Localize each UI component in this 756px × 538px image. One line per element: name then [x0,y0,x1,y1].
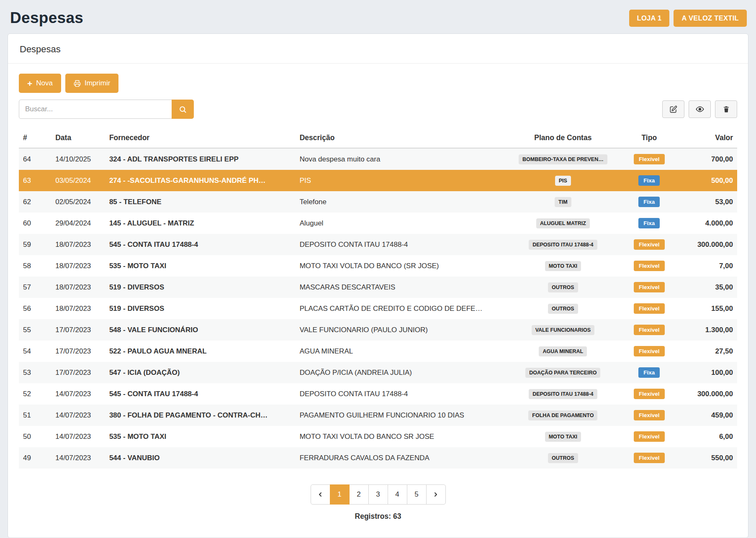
search-input[interactable] [19,100,172,119]
table-row[interactable]: 64 14/10/2025 324 - ADL TRANSPORTES EIRE… [19,148,737,170]
row-account-plan: AGUA MINERAL [504,341,622,362]
row-description: DEPOSITO CONTA ITAU 17488-4 [296,383,504,405]
row-id: 58 [19,255,51,277]
row-supplier: 522 - PAULO AGUA MNERAL [105,341,296,362]
view-button[interactable] [689,100,711,118]
row-id: 54 [19,341,51,362]
row-date: 02/05/2024 [51,191,105,213]
table-row[interactable]: 50 14/07/2023 535 - MOTO TAXI MOTO TAXI … [19,426,737,447]
eye-icon [696,105,704,113]
pagination-page-2[interactable]: 2 [349,484,369,505]
row-account-plan: MOTO TAXI [504,426,622,447]
store-selector-button[interactable]: LOJA 1 [629,10,670,27]
row-description: VALE FUNCIONARIO (PAULO JUNIOR) [296,319,504,341]
row-id: 59 [19,234,51,255]
row-date: 18/07/2023 [51,298,105,319]
row-type: Flexível [622,277,676,298]
pagination-page-4[interactable]: 4 [388,484,407,505]
search-button[interactable] [172,100,194,119]
row-id: 57 [19,277,51,298]
row-supplier: 324 - ADL TRANSPORTES EIRELI EPP [105,148,296,170]
card-title: Despesas [20,44,736,55]
row-account-plan: DEPOSITO ITAU 17488-4 [504,234,622,255]
account-plan-badge: BOMBEIRO-TAXA DE PREVEN… [519,154,607,164]
page-header: Despesas LOJA 1 A VELOZ TEXTIL [8,5,748,33]
row-supplier: 519 - DIVERSOS [105,277,296,298]
row-value: 35,00 [676,277,737,298]
table-row[interactable]: 56 18/07/2023 519 - DIVERSOS PLACAS CART… [19,298,737,319]
row-account-plan: PIS [504,170,622,191]
account-plan-badge: PIS [555,176,571,186]
pagination-next-button[interactable] [426,484,446,505]
row-type: Flexível [622,405,676,426]
company-selector-button[interactable]: A VELOZ TEXTIL [674,10,747,27]
pagination-page-5[interactable]: 5 [407,484,427,505]
column-header-descricao: Descrição [296,127,504,148]
delete-button[interactable] [715,100,737,118]
edit-button[interactable] [662,100,684,118]
row-supplier: 544 - VANUBIO [105,447,296,469]
pagination-page-3[interactable]: 3 [368,484,388,505]
account-plan-badge: OUTROS [548,453,578,463]
account-plan-badge: TIM [555,197,571,207]
row-account-plan: VALE FUNCIONARIOS [504,319,622,341]
row-description: DEPOSITO CONTA ITAU 17488-4 [296,234,504,255]
table-row[interactable]: 51 14/07/2023 380 - FOLHA DE PAGAMENTO -… [19,405,737,426]
account-plan-badge: DOAÇÃO PARA TERCEIRO [525,368,600,378]
type-badge: Flexível [634,431,665,442]
column-header-tipo: Tipo [622,127,676,148]
row-supplier: 545 - CONTA ITAU 17488-4 [105,383,296,405]
row-supplier: 145 - ALUGUEL - MATRIZ [105,213,296,234]
row-type: Flexível [622,426,676,447]
type-badge: Flexível [634,453,665,463]
table-row[interactable]: 58 18/07/2023 535 - MOTO TAXI MOTO TAXI … [19,255,737,277]
row-supplier: 545 - CONTA ITAU 17488-4 [105,234,296,255]
table-row[interactable]: 54 17/07/2023 522 - PAULO AGUA MNERAL AG… [19,341,737,362]
row-type: Flexível [622,447,676,469]
chevron-right-icon [432,491,439,498]
nova-button[interactable]: + Nova [19,74,61,93]
table-row[interactable]: 63 03/05/2024 274 - -SACOLITAS-GARANHUNS… [19,170,737,191]
table-row[interactable]: 59 18/07/2023 545 - CONTA ITAU 17488-4 D… [19,234,737,255]
row-description: PAGAMENTO GUILHERM FUNCIONARIO 10 DIAS [296,405,504,426]
row-account-plan: OUTROS [504,447,622,469]
type-badge: Flexível [634,239,665,250]
type-badge: Flexível [634,303,665,314]
type-badge: Flexível [634,410,665,420]
row-account-plan: OUTROS [504,298,622,319]
row-id: 51 [19,405,51,426]
row-type: Fixa [622,362,676,383]
account-plan-badge: OUTROS [548,304,578,314]
table-row[interactable]: 49 14/07/2023 544 - VANUBIO FERRADURAS C… [19,447,737,469]
pagination-page-1[interactable]: 1 [330,484,350,505]
records-count: Registros: 63 [19,512,737,521]
row-id: 52 [19,383,51,405]
row-type: Flexível [622,298,676,319]
row-value: 27,50 [676,341,737,362]
pagination-prev-button[interactable] [311,484,330,505]
row-account-plan: OUTROS [504,277,622,298]
table-row[interactable]: 52 14/07/2023 545 - CONTA ITAU 17488-4 D… [19,383,737,405]
table-row[interactable]: 53 17/07/2023 547 - ICIA (DOAÇÃO) DOAÇÃO… [19,362,737,383]
account-plan-badge: DEPOSITO ITAU 17488-4 [529,240,597,250]
table-row[interactable]: 55 17/07/2023 548 - VALE FUNCIONÁRIO VAL… [19,319,737,341]
nova-button-label: Nova [36,79,53,87]
row-supplier: 519 - DIVERSOS [105,298,296,319]
row-type: Fixa [622,191,676,213]
toolbar: + Nova Imprimir [19,74,737,93]
account-plan-badge: MOTO TAXI [545,432,581,442]
type-badge: Flexível [634,325,665,335]
table-row[interactable]: 62 02/05/2024 85 - TELEFONE Telefone TIM… [19,191,737,213]
row-date: 17/07/2023 [51,341,105,362]
row-id: 55 [19,319,51,341]
row-supplier: 548 - VALE FUNCIONÁRIO [105,319,296,341]
row-id: 56 [19,298,51,319]
table-row[interactable]: 57 18/07/2023 519 - DIVERSOS MASCARAS DE… [19,277,737,298]
imprimir-button[interactable]: Imprimir [65,74,118,93]
type-badge: Flexível [634,282,665,292]
row-id: 60 [19,213,51,234]
row-description: FERRADURAS CAVALOS DA FAZENDA [296,447,504,469]
row-supplier: 535 - MOTO TAXI [105,255,296,277]
table-row[interactable]: 60 29/04/2024 145 - ALUGUEL - MATRIZ Alu… [19,213,737,234]
type-badge: Fixa [638,175,660,186]
